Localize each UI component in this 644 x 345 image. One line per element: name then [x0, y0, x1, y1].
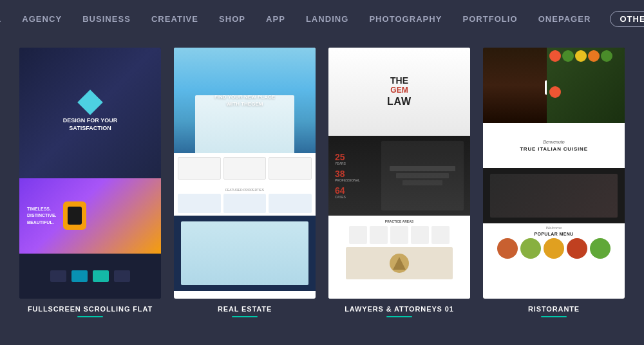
card3-hero: THEGEM LAW: [328, 48, 470, 136]
card3-icon1: [349, 226, 367, 244]
card2-listing1: [178, 194, 221, 213]
nav-item-onepager[interactable]: ONEPAGER: [537, 12, 592, 26]
nav-item-agency[interactable]: AGENCY: [21, 12, 63, 26]
card2-hero: FIND YOUR NEW PLACEWITH THEGEM: [174, 48, 316, 153]
veggie6: [549, 86, 561, 98]
card4-veggies: [547, 48, 625, 123]
card2-label-line: [232, 316, 258, 317]
card3-icons-row: [332, 226, 466, 244]
card2-props: [174, 153, 316, 183]
nav-item-shop[interactable]: SHOP: [218, 12, 247, 26]
card3-icon5: [431, 226, 450, 244]
card2-listing3: [269, 194, 312, 213]
card4-menu-script: Welcome: [546, 226, 562, 230]
card3-icon2: [370, 226, 388, 244]
card3-stat3-label: CASES: [335, 195, 346, 199]
card4-hero: [483, 48, 625, 123]
card3-stat1-label: YEARS: [335, 162, 346, 165]
card-fullscreen[interactable]: DESIGN FOR YOURSATISFACTION TIMELESS.DIS…: [19, 48, 161, 317]
card4-dish4: [567, 238, 587, 259]
card1-label-text: FULLSCREEN SCROLLING FLAT: [28, 305, 153, 313]
smartwatch-icon: [63, 201, 86, 230]
card2-image: FIND YOUR NEW PLACEWITH THEGEM FEATURED …: [174, 48, 316, 299]
card4-menu-heading: POPULAR MENU: [535, 232, 574, 236]
card3-hero-title: THEGEM LAW: [387, 75, 412, 107]
nav-item-other[interactable]: OtheR: [610, 11, 644, 27]
nav-item-all[interactable]: ALL: [0, 12, 3, 26]
card2-hero-text: FIND YOUR NEW PLACEWITH THEGEM: [214, 93, 275, 107]
diamond-icon: [77, 89, 103, 115]
card1-bot-item2: [71, 270, 88, 282]
nav-item-app[interactable]: APP: [265, 12, 287, 26]
nav-item-business[interactable]: BUSINESS: [81, 12, 132, 26]
card3-stats-section: 25 YEARS 38 PROFESSIONAL 64 CASES: [328, 136, 470, 216]
card2-bottom-img: [181, 221, 308, 285]
card3-label: LAWYERS & ATTORNEYS 01: [345, 305, 454, 317]
card4-cuisine-title: TRUE ITALIAN CUISINE: [520, 146, 588, 152]
card4-label-text: RISTORANTE: [528, 305, 580, 313]
veggie4: [588, 50, 600, 62]
card-grid: DESIGN FOR YOURSATISFACTION TIMELESS.DIS…: [0, 37, 644, 317]
card2-prop1: [178, 157, 221, 180]
card1-label: FULLSCREEN SCROLLING FLAT: [28, 305, 153, 317]
card4-label-line: [541, 316, 567, 317]
card4-label: RISTORANTE: [528, 305, 580, 317]
card4-dish5: [590, 238, 611, 259]
card4-dish3: [544, 238, 564, 259]
card4-menu-section: Welcome POPULAR MENU: [483, 223, 625, 299]
veggie5: [601, 50, 612, 62]
card3-stat2-num: 38: [335, 169, 345, 178]
card3-icon3: [390, 226, 408, 244]
main-nav: ALL AGENCY BUSINESS CREATIVE SHOP APP LA…: [0, 0, 644, 37]
card-lawyers[interactable]: THEGEM LAW 25 YEARS 38 PROFESSIONAL: [328, 48, 470, 317]
card4-dishes: [497, 238, 611, 259]
card2-label: REAL ESTATE: [218, 305, 272, 317]
card4-dish2: [520, 238, 541, 259]
nav-item-portfolio[interactable]: PORTFOLIO: [461, 12, 518, 26]
card-real-estate[interactable]: FIND YOUR NEW PLACEWITH THEGEM FEATURED …: [174, 48, 316, 317]
nav-item-photography[interactable]: PHOTOGRAPHY: [368, 12, 443, 26]
card3-image: THEGEM LAW 25 YEARS 38 PROFESSIONAL: [328, 48, 470, 299]
card2-bottom: [174, 216, 316, 291]
card3-label-line: [386, 316, 412, 317]
card3-practice-section: PRACTICE AREAS: [328, 216, 470, 299]
card3-stat2-label: PROFESSIONAL: [335, 178, 360, 182]
card4-image: Benvenuto TRUE ITALIAN CUISINE Welcome P…: [483, 48, 625, 299]
veggie3: [575, 50, 587, 62]
card1-bot-item4: [114, 270, 130, 282]
card2-prop3: [269, 157, 312, 180]
card4-dark-mid: [483, 168, 625, 223]
veggie1: [549, 50, 561, 62]
card3-stat3-num: 64: [335, 186, 345, 195]
nav-item-creative[interactable]: CREATIVE: [150, 12, 200, 26]
card1-title: DESIGN FOR YOURSATISFACTION: [63, 117, 117, 133]
veggie2: [562, 50, 574, 62]
card2-listing2: [223, 194, 267, 213]
card1-label-line: [77, 316, 103, 317]
card4-script: Benvenuto: [543, 140, 564, 144]
card1-mid-text: TIMELESS.DISTINCTIVE.BEAUTIFUL.: [27, 206, 57, 227]
card2-featured-label: FEATURED PROPERTIES: [178, 186, 312, 194]
card2-prop2: [223, 157, 267, 180]
card4-cuisine-section: Benvenuto TRUE ITALIAN CUISINE: [483, 123, 625, 168]
card4-dish1: [497, 238, 518, 259]
card3-practice-title: PRACTICE AREAS: [332, 219, 466, 223]
card3-icon4: [411, 226, 429, 244]
card4-table-img: [490, 174, 618, 218]
card1-bot-item1: [50, 270, 66, 282]
card1-image: DESIGN FOR YOURSATISFACTION TIMELESS.DIS…: [19, 48, 161, 299]
card-ristorante[interactable]: Benvenuto TRUE ITALIAN CUISINE Welcome P…: [483, 48, 625, 317]
card2-label-text: REAL ESTATE: [218, 305, 272, 313]
card2-listing: FEATURED PROPERTIES: [174, 183, 316, 216]
nav-item-landing[interactable]: LANDING: [305, 12, 350, 26]
card3-stat1-num: 25: [335, 153, 345, 162]
card1-bot-item3: [93, 270, 109, 282]
card3-label-text: LAWYERS & ATTORNEYS 01: [345, 305, 454, 313]
